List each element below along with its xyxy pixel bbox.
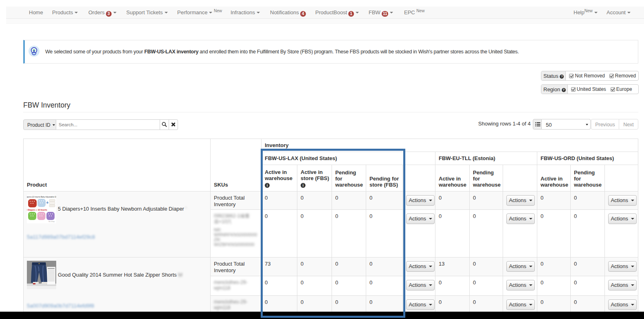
svg-text:+: + [46,200,48,205]
svg-text:5 Diapers+10 Inserts Baby Adju: 5 Diapers+10 Inserts Baby Adjustable Dia… [27,196,56,198]
svg-text:lilo shop: lilo shop [48,220,55,222]
svg-text:5 Diapers + 10 Inserts: 5 Diapers + 10 Inserts [27,209,47,211]
